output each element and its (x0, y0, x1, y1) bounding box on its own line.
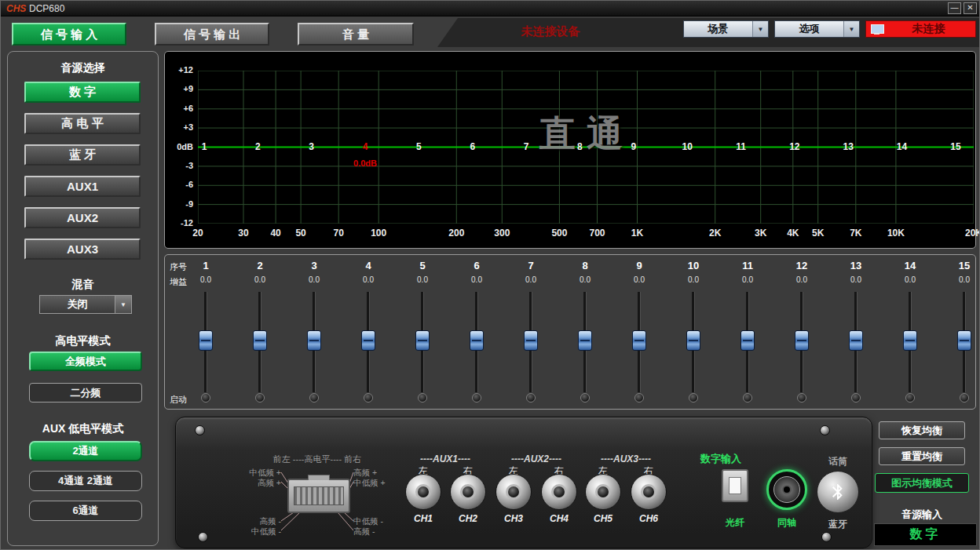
fader-handle[interactable] (849, 330, 863, 351)
fader-channel-9: 90.0 (623, 255, 655, 410)
eq-band-9[interactable]: 9 (627, 141, 641, 152)
channel-enable-knob[interactable] (309, 393, 319, 402)
source-button-bluetooth[interactable]: 蓝 牙 (24, 144, 141, 166)
channel-enable-knob[interactable] (851, 393, 861, 402)
source-button-aux1[interactable]: AUX1 (24, 176, 141, 197)
app-window: CHS DCP680 — ✕ 信 号 输 入信 号 输 出音 量 未连接设备 场… (0, 0, 980, 550)
eq-band-5[interactable]: 5 (411, 141, 426, 152)
fader-handle[interactable] (415, 330, 430, 351)
graphic-eq-mode-button[interactable]: 图示均衡模式 (875, 473, 969, 493)
channel-enable-knob[interactable] (418, 393, 427, 402)
rca-jack-label: CH6 (631, 513, 667, 524)
scene-dropdown[interactable]: 场景 ▼ (683, 20, 769, 38)
eq-band-13[interactable]: 13 (841, 141, 855, 152)
channel-enable-knob[interactable] (634, 393, 644, 402)
fader-handle[interactable] (470, 330, 484, 351)
scene-dropdown-label: 场景 (684, 21, 752, 37)
restore-eq-button[interactable]: 恢复均衡 (879, 421, 965, 439)
channel-gain: 0.0 (407, 275, 438, 284)
eq-plot-area[interactable]: 直通 12340.0dB56789101112131415 (198, 71, 974, 224)
eq-band-12[interactable]: 12 (788, 141, 802, 152)
options-dropdown[interactable]: 选项 ▼ (774, 20, 860, 38)
aux-mode-6ch[interactable]: 6通道 (29, 501, 142, 521)
highlevel-mode-two-way[interactable]: 二分频 (29, 383, 142, 402)
fader-handle[interactable] (307, 330, 321, 351)
highlevel-mode-header: 高电平模式 (8, 334, 158, 348)
eq-band-11[interactable]: 11 (734, 141, 748, 152)
fader-channel-15: 150.0 (949, 255, 980, 410)
minimize-button[interactable]: — (948, 2, 961, 14)
chevron-down-icon[interactable]: ▼ (115, 295, 132, 314)
channel-enable-knob[interactable] (364, 393, 373, 402)
eq-band-6[interactable]: 6 (466, 141, 480, 152)
channel-enable-knob[interactable] (580, 393, 590, 402)
eq-band-14[interactable]: 14 (895, 141, 909, 152)
mix-dropdown-value: 关闭 (39, 295, 115, 314)
tab-signal-output[interactable]: 信 号 输 出 (155, 23, 269, 46)
eq-x-label: 100 (363, 228, 394, 239)
fader-handle[interactable] (686, 330, 700, 351)
fader-channel-7: 70.0 (515, 255, 547, 410)
channel-enable-knob[interactable] (905, 393, 915, 402)
fader-handle[interactable] (361, 330, 375, 351)
connection-status-text: 未连接 (887, 22, 971, 36)
channel-enable-knob[interactable] (797, 393, 806, 402)
eq-band-15[interactable]: 15 (949, 141, 963, 152)
eq-x-label: 70 (323, 228, 354, 239)
eq-x-label: 20 (182, 228, 214, 239)
source-button-aux3[interactable]: AUX3 (24, 239, 141, 260)
source-button-aux2[interactable]: AUX2 (24, 207, 141, 228)
highlevel-mode-full-range[interactable]: 全频模式 (29, 351, 142, 371)
fader-handle[interactable] (903, 330, 917, 351)
fader-channel-3: 30.0 (298, 255, 330, 410)
channel-enable-knob[interactable] (255, 393, 265, 402)
channel-enable-knob[interactable] (526, 393, 536, 402)
channel-index: 1 (190, 260, 221, 271)
fader-handle[interactable] (957, 330, 971, 351)
eq-band-7[interactable]: 7 (519, 141, 533, 152)
screw-icon (820, 425, 830, 435)
rca-jack-ch5 (585, 474, 621, 510)
tab-signal-input[interactable]: 信 号 输 入 (12, 23, 126, 46)
eq-band-8[interactable]: 8 (572, 141, 587, 152)
speaker-harness-diagram: 前左 ----高电平---- 前右 中低频 + 高频 + 高频 + 中低频 + (199, 452, 435, 540)
eq-band-10[interactable]: 10 (680, 141, 694, 152)
channel-enable-knob[interactable] (689, 393, 698, 402)
channel-index: 12 (786, 260, 817, 271)
channel-enable-knob[interactable] (960, 393, 969, 402)
fader-handle[interactable] (740, 330, 755, 351)
source-buttons: 数 字高 电 平蓝 牙AUX1AUX2AUX3 (24, 82, 141, 260)
channel-enable-knob[interactable] (201, 393, 210, 402)
source-button-high-level[interactable]: 高 电 平 (24, 113, 141, 134)
bluetooth-mic-port (817, 471, 859, 513)
fader-handle[interactable] (524, 330, 538, 351)
fader-handle[interactable] (199, 330, 213, 351)
eq-band-4[interactable]: 4 (358, 141, 372, 152)
fader-handle[interactable] (632, 330, 646, 351)
fader-handle[interactable] (578, 330, 592, 351)
close-button[interactable]: ✕ (964, 2, 977, 14)
channel-enable-knob[interactable] (743, 393, 752, 402)
eq-band-2[interactable]: 2 (250, 141, 265, 152)
tab-volume[interactable]: 音 量 (298, 23, 414, 46)
connection-indicator[interactable]: 未连接 (865, 20, 976, 38)
eq-x-label: 10K (880, 228, 912, 239)
channel-enable-knob[interactable] (472, 393, 481, 402)
device-status-message: 未连接设备 (441, 24, 660, 39)
aux-mode-2ch[interactable]: 2通道 (29, 441, 142, 461)
mix-dropdown[interactable]: 关闭 ▼ (39, 295, 132, 314)
harness-connector-latch (308, 475, 330, 480)
mic-label: 话筒 (814, 455, 861, 468)
aux-mode-4ch-2ch[interactable]: 4通道 2通道 (29, 471, 142, 491)
eq-band-3[interactable]: 3 (305, 141, 319, 152)
digital-input-header: 数字输入 (682, 452, 760, 466)
channel-gain: 0.0 (244, 275, 276, 284)
eq-graph-panel: +12+9+6+30dB-3-6-9-12 203040507010020030… (164, 51, 976, 249)
fader-handle[interactable] (795, 330, 809, 351)
eq-band-1[interactable]: 1 (197, 141, 211, 152)
eq-x-label: 5K (803, 228, 834, 239)
reset-eq-button[interactable]: 重置均衡 (879, 447, 965, 465)
fader-channel-11: 110.0 (732, 255, 763, 410)
source-button-digital[interactable]: 数 字 (24, 82, 141, 103)
fader-handle[interactable] (253, 330, 267, 351)
